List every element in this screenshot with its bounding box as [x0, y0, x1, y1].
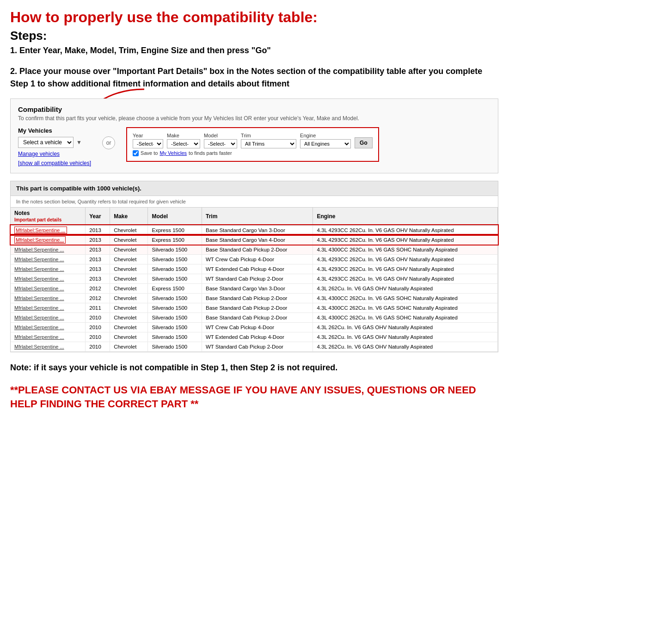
cell-year: 2013 — [86, 235, 110, 245]
cell-engine: 4.3L 4300CC 262Cu. In. V6 GAS SOHC Natur… — [313, 293, 498, 303]
model-select[interactable]: -Select- — [204, 139, 237, 148]
cell-make: Chevrolet — [110, 322, 148, 332]
my-vehicles-label: My Vehicles — [18, 127, 91, 134]
cell-notes[interactable]: Mfrlabel:Serpentine... — [11, 235, 86, 245]
or-divider: or — [102, 136, 115, 149]
table-row: Mfrlabel:Serpentine...2013ChevroletExpre… — [11, 235, 498, 245]
save-label-suffix: to finds parts faster — [189, 150, 232, 156]
compat-table-section: This part is compatible with 1000 vehicl… — [10, 181, 498, 352]
cell-trim: WT Standard Cab Pickup 2-Door — [202, 274, 313, 283]
contact-text: **PLEASE CONTACT US VIA EBAY MESSAGE IF … — [10, 383, 498, 412]
cell-engine: 4.3L 262Cu. In. V6 GAS OHV Naturally Asp… — [313, 332, 498, 342]
col-header-trim: Trim — [202, 208, 313, 226]
year-select[interactable]: -Select- — [133, 139, 163, 148]
step2-text: 2. Place your mouse over "Important Part… — [10, 65, 498, 90]
cell-notes[interactable]: Mfrlabel:Serpentine ... — [11, 332, 86, 342]
cell-engine: 4.3L 4293CC 262Cu. In. V6 GAS OHV Natura… — [313, 254, 498, 264]
manage-vehicles-link[interactable]: Manage vehicles — [18, 151, 91, 157]
cell-trim: WT Extended Cab Pickup 4-Door — [202, 264, 313, 274]
cell-year: 2010 — [86, 322, 110, 332]
cell-year: 2012 — [86, 283, 110, 293]
table-row: Mfrlabel:Serpentine ...2013ChevroletSilv… — [11, 245, 498, 254]
cell-engine: 4.3L 4293CC 262Cu. In. V6 GAS OHV Natura… — [313, 274, 498, 283]
year-field[interactable]: Year -Select- — [133, 133, 163, 148]
compat-subtitle: To confirm that this part fits your vehi… — [18, 115, 490, 122]
col-header-model: Model — [148, 208, 202, 226]
vehicle-select[interactable]: Select a vehicle — [18, 137, 74, 148]
compat-count-bar: This part is compatible with 1000 vehicl… — [11, 181, 498, 196]
table-row: Mfrlabel:Serpentine ...2013ChevroletExpr… — [11, 225, 498, 235]
cell-year: 2013 — [86, 274, 110, 283]
my-vehicles-link[interactable]: My Vehicles — [159, 150, 187, 156]
cell-engine: 4.3L 4293CC 262Cu. In. V6 GAS OHV Natura… — [313, 225, 498, 235]
cell-notes[interactable]: Mfrlabel:Serpentine ... — [11, 313, 86, 322]
cell-year: 2013 — [86, 225, 110, 235]
cell-make: Chevrolet — [110, 303, 148, 313]
make-select[interactable]: -Select- — [167, 139, 200, 148]
cell-notes[interactable]: Mfrlabel:Serpentine ... — [11, 264, 86, 274]
compat-title: Compatibility — [18, 105, 490, 113]
cell-model: Silverado 1500 — [148, 303, 202, 313]
cell-engine: 4.3L 262Cu. In. V6 GAS OHV Naturally Asp… — [313, 322, 498, 332]
compat-notes-bar: In the notes section below, Quantity ref… — [11, 196, 498, 208]
cell-trim: Base Standard Cab Pickup 2-Door — [202, 245, 313, 254]
cell-notes[interactable]: Mfrlabel:Serpentine ... — [11, 254, 86, 264]
cell-model: Express 1500 — [148, 225, 202, 235]
cell-year: 2013 — [86, 245, 110, 254]
cell-trim: Base Standard Cargo Van 3-Door — [202, 283, 313, 293]
cell-notes[interactable]: Mfrlabel:Serpentine ... — [11, 342, 86, 351]
cell-engine: 4.3L 4293CC 262Cu. In. V6 GAS OHV Natura… — [313, 235, 498, 245]
cell-make: Chevrolet — [110, 274, 148, 283]
cell-model: Silverado 1500 — [148, 264, 202, 274]
model-field[interactable]: Model -Select- — [204, 133, 237, 148]
col-header-make: Make — [110, 208, 148, 226]
cell-make: Chevrolet — [110, 254, 148, 264]
cell-model: Express 1500 — [148, 283, 202, 293]
compat-table: Notes Important part details Year Make M… — [11, 208, 498, 352]
cell-make: Chevrolet — [110, 245, 148, 254]
trim-select[interactable]: All Trims — [241, 139, 296, 148]
table-row: Mfrlabel:Serpentine ...2012ChevroletSilv… — [11, 293, 498, 303]
cell-make: Chevrolet — [110, 332, 148, 342]
cell-notes[interactable]: Mfrlabel:Serpentine ... — [11, 283, 86, 293]
make-field[interactable]: Make -Select- — [167, 133, 200, 148]
step1-text: 1. Enter Year, Make, Model, Trim, Engine… — [10, 45, 498, 56]
cell-notes[interactable]: Mfrlabel:Serpentine ... — [11, 322, 86, 332]
cell-notes[interactable]: Mfrlabel:Serpentine ... — [11, 303, 86, 313]
table-row: Mfrlabel:Serpentine ...2010ChevroletSilv… — [11, 313, 498, 322]
go-button[interactable]: Go — [355, 137, 373, 148]
save-checkbox[interactable] — [133, 150, 139, 156]
cell-model: Silverado 1500 — [148, 274, 202, 283]
cell-year: 2012 — [86, 293, 110, 303]
important-part-details-header: Important part details — [14, 217, 61, 222]
steps-heading: Steps: — [10, 29, 498, 43]
make-label: Make — [167, 133, 200, 138]
cell-model: Silverado 1500 — [148, 322, 202, 332]
cell-trim: Base Standard Cargo Van 4-Door — [202, 235, 313, 245]
cell-engine: 4.3L 262Cu. In. V6 GAS OHV Naturally Asp… — [313, 283, 498, 293]
engine-select[interactable]: All Engines — [300, 139, 351, 148]
engine-field[interactable]: Engine All Engines — [300, 133, 351, 148]
cell-trim: Base Standard Cab Pickup 2-Door — [202, 293, 313, 303]
cell-make: Chevrolet — [110, 235, 148, 245]
cell-year: 2013 — [86, 264, 110, 274]
cell-engine: 4.3L 4293CC 262Cu. In. V6 GAS OHV Natura… — [313, 264, 498, 274]
show-all-link[interactable]: [show all compatible vehicles] — [18, 160, 91, 166]
cell-year: 2013 — [86, 254, 110, 264]
cell-notes[interactable]: Mfrlabel:Serpentine ... — [11, 293, 86, 303]
model-label: Model — [204, 133, 237, 138]
cell-notes[interactable]: Mfrlabel:Serpentine ... — [11, 274, 86, 283]
save-checkbox-row: Save to My Vehicles to finds parts faste… — [133, 150, 373, 156]
ymm-box: Year -Select- Make -Select- — [126, 127, 379, 162]
cell-make: Chevrolet — [110, 264, 148, 274]
trim-label: Trim — [241, 133, 296, 138]
cell-model: Silverado 1500 — [148, 313, 202, 322]
cell-trim: Base Standard Cargo Van 3-Door — [202, 225, 313, 235]
cell-notes[interactable]: Mfrlabel:Serpentine ... — [11, 225, 86, 235]
compatibility-section: Compatibility To confirm that this part … — [10, 98, 498, 352]
cell-engine: 4.3L 4300CC 262Cu. In. V6 GAS SOHC Natur… — [313, 245, 498, 254]
trim-field[interactable]: Trim All Trims — [241, 133, 296, 148]
cell-notes[interactable]: Mfrlabel:Serpentine ... — [11, 245, 86, 254]
cell-model: Silverado 1500 — [148, 254, 202, 264]
cell-trim: WT Crew Cab Pickup 4-Door — [202, 322, 313, 332]
